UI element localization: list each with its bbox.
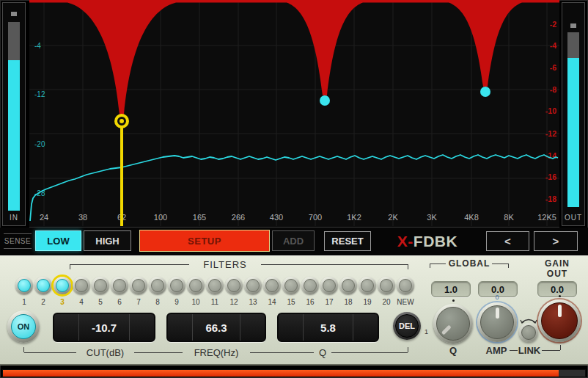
filter-button-12[interactable] xyxy=(225,277,243,294)
input-level-meter: IN xyxy=(2,2,26,226)
global-legend: GLOBAL xyxy=(444,258,494,269)
right-axis-tick: -6 xyxy=(550,63,556,72)
filter-number-5: 5 xyxy=(92,298,109,306)
freq-axis-tick: 430 xyxy=(270,213,283,222)
filter-number-2: 2 xyxy=(34,298,52,306)
delete-filter-button[interactable]: DEL xyxy=(393,312,421,340)
sense-low-button[interactable]: LOW xyxy=(35,230,81,251)
previous-filter-button[interactable]: < xyxy=(486,231,529,251)
logo-prefix: X- xyxy=(397,233,414,250)
filter-button-5[interactable] xyxy=(92,277,109,294)
freq-decrement-zone[interactable] xyxy=(168,314,193,341)
filter-button-15[interactable] xyxy=(282,277,300,294)
reset-button[interactable]: RESET xyxy=(324,231,371,251)
q-decrement-zone[interactable] xyxy=(279,314,304,341)
filter-number-16: 16 xyxy=(301,298,319,306)
filter-button-20[interactable] xyxy=(378,277,395,294)
filter-button-11[interactable] xyxy=(206,277,224,294)
filter-handle[interactable] xyxy=(480,87,490,97)
filter-button-cap-4 xyxy=(75,279,88,292)
filter-button-17[interactable] xyxy=(320,277,338,294)
filter-button-7[interactable] xyxy=(130,277,147,294)
freq-axis-tick: 266 xyxy=(232,213,245,222)
filter-button-cap-17 xyxy=(323,279,336,292)
left-axis-tick: -12 xyxy=(34,90,45,98)
filter-button-10[interactable] xyxy=(187,277,205,294)
q-value[interactable]: 5.8 xyxy=(304,314,353,341)
spectrum-display[interactable]: -4-12-20-28-2-4-6-8-10-12-14-16-18243862… xyxy=(29,0,559,228)
freq-axis-tick: 12K5 xyxy=(537,213,556,222)
filter-button-cap-7 xyxy=(132,279,145,292)
right-axis-tick: -12 xyxy=(545,129,556,138)
global-amp-knob[interactable] xyxy=(477,302,517,342)
filter-on-button[interactable]: ON xyxy=(7,310,40,343)
filter-button-13[interactable] xyxy=(244,277,262,294)
cut-value[interactable]: -10.7 xyxy=(79,314,129,341)
filter-button-cap-9 xyxy=(170,279,183,292)
cut-label: CUT(dB) xyxy=(76,347,134,358)
filter-button-14[interactable] xyxy=(263,277,281,294)
right-axis-tick: -10 xyxy=(545,106,556,115)
output-level-meter: OUT xyxy=(562,2,585,226)
global-q-knob[interactable] xyxy=(433,304,473,344)
output-meter-level xyxy=(567,58,579,207)
freq-axis-tick: 8K xyxy=(504,213,514,222)
freq-increment-zone[interactable] xyxy=(240,314,265,341)
q-increment-zone[interactable] xyxy=(353,314,378,341)
filter-button-2[interactable] xyxy=(34,277,52,294)
gain-out-legend: GAIN OUT xyxy=(534,258,581,279)
freq-value[interactable]: 66.3 xyxy=(193,314,240,341)
filter-button-3[interactable] xyxy=(54,277,71,294)
output-meter-headroom xyxy=(567,32,579,58)
global-legend-line-left xyxy=(430,263,446,264)
filter-button-new[interactable] xyxy=(397,277,414,294)
global-q-value[interactable]: 1.0 xyxy=(432,282,470,297)
cut-decrement-zone[interactable] xyxy=(54,314,79,341)
link-gain-line xyxy=(542,350,560,351)
filter-number-13: 13 xyxy=(244,298,262,306)
global-q-readout[interactable]: 1.0 xyxy=(431,281,471,297)
global-amp-knob-pointer xyxy=(496,308,499,319)
q-display[interactable]: 5.8 xyxy=(277,313,379,342)
filter-button-19[interactable] xyxy=(359,277,376,294)
gain-out-readout[interactable]: 0.0 xyxy=(537,281,577,297)
filter-number-17: 17 xyxy=(320,298,338,306)
add-button[interactable]: ADD xyxy=(272,230,315,251)
filter-button-cap-19 xyxy=(361,279,374,292)
filter-button-cap-15 xyxy=(284,279,298,292)
filter-number-8: 8 xyxy=(149,298,166,306)
filter-button-cap-8 xyxy=(151,279,164,292)
filter-button-1[interactable] xyxy=(15,277,33,294)
output-meter-label: OUT xyxy=(562,214,584,222)
freq-display[interactable]: 66.3 xyxy=(166,313,266,342)
filter-number-4: 4 xyxy=(73,298,90,306)
sense-high-button[interactable]: HIGH xyxy=(84,230,131,251)
filter-button-6[interactable] xyxy=(111,277,128,294)
filters-panel: FILTERS 1234567891011121314151617181920N… xyxy=(0,255,588,366)
filter-button-cap-16 xyxy=(304,279,317,292)
gain-out-value[interactable]: 0.0 xyxy=(538,282,576,297)
global-q-knob-pointer xyxy=(441,325,452,335)
filter-number-1: 1 xyxy=(15,298,33,306)
filter-button-cap-14 xyxy=(265,279,279,292)
filter-button-4[interactable] xyxy=(73,277,90,294)
gain-out-knob[interactable] xyxy=(538,299,581,342)
filter-button-8[interactable] xyxy=(149,277,166,294)
filter-number-15: 15 xyxy=(282,298,300,306)
setup-button[interactable]: SETUP xyxy=(139,230,270,252)
filter-button-18[interactable] xyxy=(339,277,357,294)
next-filter-button[interactable]: > xyxy=(534,231,578,251)
filter-number-20: 20 xyxy=(378,298,395,306)
filter-button-16[interactable] xyxy=(301,277,319,294)
link-button[interactable] xyxy=(519,323,538,342)
filter-button-9[interactable] xyxy=(168,277,185,294)
spectrum-trace xyxy=(30,155,558,221)
freq-axis-tick: 3K xyxy=(427,213,437,222)
selected-filter-handle[interactable] xyxy=(114,114,129,128)
param-bracket-line-3 xyxy=(250,352,314,353)
cut-increment-zone[interactable] xyxy=(129,314,154,341)
filter-handle[interactable] xyxy=(320,95,330,106)
cut-display[interactable]: -10.7 xyxy=(53,313,155,342)
spectrum-graph[interactable]: -4-12-20-28-2-4-6-8-10-12-14-16-18243862… xyxy=(29,0,559,227)
freq-axis-tick: 2K xyxy=(388,213,398,222)
